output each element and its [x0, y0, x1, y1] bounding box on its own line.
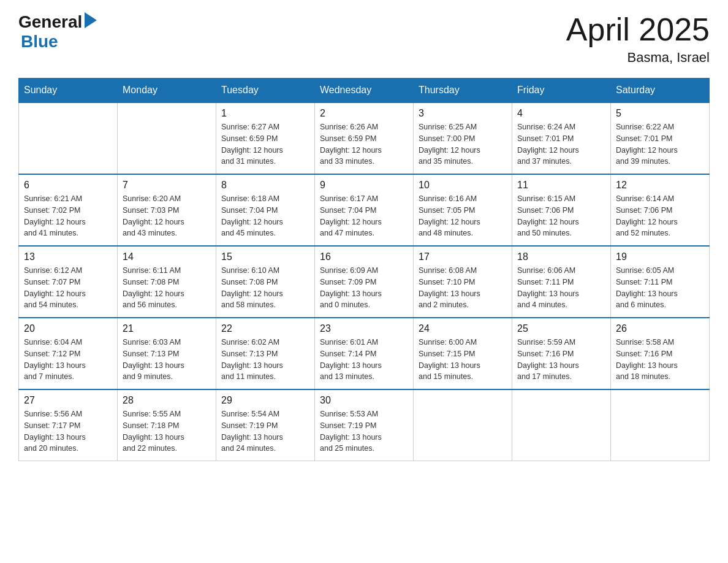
day-number: 24: [419, 323, 507, 334]
day-info: Sunrise: 6:04 AM Sunset: 7:12 PM Dayligh…: [24, 337, 112, 383]
calendar-cell: 18Sunrise: 6:06 AM Sunset: 7:11 PM Dayli…: [512, 246, 611, 318]
logo-general-text: General: [18, 12, 82, 32]
calendar-cell: 10Sunrise: 6:16 AM Sunset: 7:05 PM Dayli…: [414, 174, 512, 246]
day-number: 9: [320, 180, 408, 191]
calendar-cell: 9Sunrise: 6:17 AM Sunset: 7:04 PM Daylig…: [315, 174, 414, 246]
day-number: 5: [616, 108, 704, 119]
calendar-cell: 2Sunrise: 6:26 AM Sunset: 6:59 PM Daylig…: [315, 102, 414, 174]
day-number: 21: [123, 323, 211, 334]
day-info: Sunrise: 6:08 AM Sunset: 7:10 PM Dayligh…: [419, 265, 507, 311]
day-header-saturday: Saturday: [611, 79, 710, 103]
day-info: Sunrise: 6:17 AM Sunset: 7:04 PM Dayligh…: [320, 193, 408, 239]
day-number: 20: [24, 323, 112, 334]
day-info: Sunrise: 5:58 AM Sunset: 7:16 PM Dayligh…: [616, 337, 704, 383]
calendar-cell: 16Sunrise: 6:09 AM Sunset: 7:09 PM Dayli…: [315, 246, 414, 318]
calendar-cell: 23Sunrise: 6:01 AM Sunset: 7:14 PM Dayli…: [315, 318, 414, 389]
day-number: 10: [419, 180, 507, 191]
day-info: Sunrise: 6:21 AM Sunset: 7:02 PM Dayligh…: [24, 193, 112, 239]
day-number: 23: [320, 323, 408, 334]
day-info: Sunrise: 6:02 AM Sunset: 7:13 PM Dayligh…: [221, 337, 309, 383]
calendar-cell: 20Sunrise: 6:04 AM Sunset: 7:12 PM Dayli…: [19, 318, 118, 389]
day-header-sunday: Sunday: [19, 79, 118, 103]
calendar-cell: 14Sunrise: 6:11 AM Sunset: 7:08 PM Dayli…: [118, 246, 216, 318]
calendar-cell: 28Sunrise: 5:55 AM Sunset: 7:18 PM Dayli…: [118, 389, 216, 461]
day-number: 2: [320, 108, 408, 119]
calendar-cell: 8Sunrise: 6:18 AM Sunset: 7:04 PM Daylig…: [216, 174, 315, 246]
day-number: 16: [320, 251, 408, 262]
day-info: Sunrise: 6:26 AM Sunset: 6:59 PM Dayligh…: [320, 121, 408, 167]
day-header-tuesday: Tuesday: [216, 79, 315, 103]
calendar-cell: 30Sunrise: 5:53 AM Sunset: 7:19 PM Dayli…: [315, 389, 414, 461]
day-number: 30: [320, 395, 408, 406]
day-info: Sunrise: 6:20 AM Sunset: 7:03 PM Dayligh…: [123, 193, 211, 239]
title-section: April 2025 Basma, Israel: [566, 12, 710, 66]
calendar-cell: [611, 389, 710, 461]
calendar-cell: 24Sunrise: 6:00 AM Sunset: 7:15 PM Dayli…: [414, 318, 512, 389]
calendar-cell: 3Sunrise: 6:25 AM Sunset: 7:00 PM Daylig…: [414, 102, 512, 174]
day-info: Sunrise: 6:10 AM Sunset: 7:08 PM Dayligh…: [221, 265, 309, 311]
day-number: 13: [24, 251, 112, 262]
day-info: Sunrise: 6:06 AM Sunset: 7:11 PM Dayligh…: [517, 265, 605, 311]
day-info: Sunrise: 6:16 AM Sunset: 7:05 PM Dayligh…: [419, 193, 507, 239]
day-info: Sunrise: 6:03 AM Sunset: 7:13 PM Dayligh…: [123, 337, 211, 383]
day-number: 18: [517, 251, 605, 262]
logo-blue-text: Blue: [21, 32, 58, 51]
day-number: 25: [517, 323, 605, 334]
day-number: 4: [517, 108, 605, 119]
calendar-cell: 15Sunrise: 6:10 AM Sunset: 7:08 PM Dayli…: [216, 246, 315, 318]
calendar-cell: 27Sunrise: 5:56 AM Sunset: 7:17 PM Dayli…: [19, 389, 118, 461]
day-number: 15: [221, 251, 309, 262]
calendar-cell: 5Sunrise: 6:22 AM Sunset: 7:01 PM Daylig…: [611, 102, 710, 174]
calendar-week-1: 1Sunrise: 6:27 AM Sunset: 6:59 PM Daylig…: [19, 102, 710, 174]
day-number: 1: [221, 108, 309, 119]
day-info: Sunrise: 6:00 AM Sunset: 7:15 PM Dayligh…: [419, 337, 507, 383]
day-number: 7: [123, 180, 211, 191]
day-info: Sunrise: 6:11 AM Sunset: 7:08 PM Dayligh…: [123, 265, 211, 311]
day-info: Sunrise: 6:05 AM Sunset: 7:11 PM Dayligh…: [616, 265, 704, 311]
calendar-header: SundayMondayTuesdayWednesdayThursdayFrid…: [19, 79, 710, 103]
calendar-cell: 11Sunrise: 6:15 AM Sunset: 7:06 PM Dayli…: [512, 174, 611, 246]
day-info: Sunrise: 5:59 AM Sunset: 7:16 PM Dayligh…: [517, 337, 605, 383]
calendar-cell: 26Sunrise: 5:58 AM Sunset: 7:16 PM Dayli…: [611, 318, 710, 389]
day-info: Sunrise: 6:09 AM Sunset: 7:09 PM Dayligh…: [320, 265, 408, 311]
day-number: 26: [616, 323, 704, 334]
day-info: Sunrise: 5:53 AM Sunset: 7:19 PM Dayligh…: [320, 408, 408, 454]
day-info: Sunrise: 6:25 AM Sunset: 7:00 PM Dayligh…: [419, 121, 507, 167]
calendar-cell: 12Sunrise: 6:14 AM Sunset: 7:06 PM Dayli…: [611, 174, 710, 246]
calendar-cell: 19Sunrise: 6:05 AM Sunset: 7:11 PM Dayli…: [611, 246, 710, 318]
day-number: 3: [419, 108, 507, 119]
day-number: 22: [221, 323, 309, 334]
day-info: Sunrise: 6:12 AM Sunset: 7:07 PM Dayligh…: [24, 265, 112, 311]
logo-arrow-icon: [85, 12, 97, 28]
logo: General Blue: [18, 12, 97, 52]
calendar-cell: [512, 389, 611, 461]
day-number: 19: [616, 251, 704, 262]
calendar-week-3: 13Sunrise: 6:12 AM Sunset: 7:07 PM Dayli…: [19, 246, 710, 318]
calendar-week-2: 6Sunrise: 6:21 AM Sunset: 7:02 PM Daylig…: [19, 174, 710, 246]
page-subtitle: Basma, Israel: [566, 50, 710, 66]
calendar-week-4: 20Sunrise: 6:04 AM Sunset: 7:12 PM Dayli…: [19, 318, 710, 389]
calendar-cell: 1Sunrise: 6:27 AM Sunset: 6:59 PM Daylig…: [216, 102, 315, 174]
calendar-cell: [19, 102, 118, 174]
day-info: Sunrise: 5:56 AM Sunset: 7:17 PM Dayligh…: [24, 408, 112, 454]
calendar-cell: [414, 389, 512, 461]
day-number: 28: [123, 395, 211, 406]
day-info: Sunrise: 5:54 AM Sunset: 7:19 PM Dayligh…: [221, 408, 309, 454]
calendar-cell: 29Sunrise: 5:54 AM Sunset: 7:19 PM Dayli…: [216, 389, 315, 461]
calendar-table: SundayMondayTuesdayWednesdayThursdayFrid…: [18, 78, 710, 461]
day-info: Sunrise: 6:15 AM Sunset: 7:06 PM Dayligh…: [517, 193, 605, 239]
day-header-monday: Monday: [118, 79, 216, 103]
day-number: 27: [24, 395, 112, 406]
day-info: Sunrise: 6:27 AM Sunset: 6:59 PM Dayligh…: [221, 121, 309, 167]
day-info: Sunrise: 6:18 AM Sunset: 7:04 PM Dayligh…: [221, 193, 309, 239]
calendar-cell: 6Sunrise: 6:21 AM Sunset: 7:02 PM Daylig…: [19, 174, 118, 246]
calendar-cell: 4Sunrise: 6:24 AM Sunset: 7:01 PM Daylig…: [512, 102, 611, 174]
calendar-cell: 21Sunrise: 6:03 AM Sunset: 7:13 PM Dayli…: [118, 318, 216, 389]
calendar-cell: [118, 102, 216, 174]
day-info: Sunrise: 6:22 AM Sunset: 7:01 PM Dayligh…: [616, 121, 704, 167]
day-number: 29: [221, 395, 309, 406]
day-header-wednesday: Wednesday: [315, 79, 414, 103]
day-number: 12: [616, 180, 704, 191]
day-info: Sunrise: 5:55 AM Sunset: 7:18 PM Dayligh…: [123, 408, 211, 454]
day-info: Sunrise: 6:14 AM Sunset: 7:06 PM Dayligh…: [616, 193, 704, 239]
